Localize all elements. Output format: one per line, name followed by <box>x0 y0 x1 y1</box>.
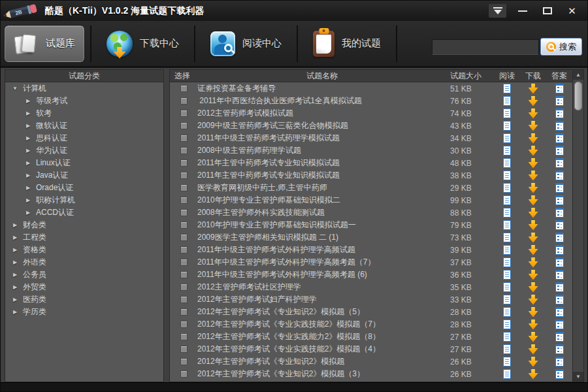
read-document-icon[interactable] <box>503 257 511 267</box>
triangle-right-icon[interactable]: ▶ <box>25 98 31 104</box>
table-row[interactable]: 2012主管护师考试社区护理学35 KB <box>170 281 572 293</box>
triangle-right-icon[interactable]: ▶ <box>12 309 18 315</box>
answer-sheet-icon[interactable] <box>555 357 564 367</box>
row-checkbox[interactable] <box>180 172 188 179</box>
table-row[interactable]: 2011年主管中药师考试专业知识模拟试题48 KB <box>170 157 572 169</box>
triangle-right-icon[interactable]: ▶ <box>25 160 31 166</box>
download-arrow-icon[interactable] <box>529 133 538 144</box>
row-checkbox[interactable] <box>180 97 188 105</box>
answer-sheet-icon[interactable] <box>555 146 564 155</box>
answer-sheet-icon[interactable] <box>555 220 564 230</box>
close-button[interactable]: ✕ <box>563 4 581 18</box>
search-button[interactable]: 搜索 <box>540 38 582 56</box>
tree-item[interactable]: ▶公务员 <box>5 269 163 281</box>
row-checkbox[interactable] <box>180 296 188 303</box>
row-checkbox[interactable] <box>180 110 188 117</box>
table-row[interactable]: 2008年主管护师外科实践技能测试题88 KB <box>170 206 572 219</box>
download-arrow-icon[interactable] <box>529 146 538 156</box>
triangle-right-icon[interactable]: ▶ <box>25 172 31 178</box>
tree-item[interactable]: ▶资格类 <box>5 244 163 256</box>
download-arrow-icon[interactable] <box>529 208 538 218</box>
answer-sheet-icon[interactable] <box>555 183 564 193</box>
download-arrow-icon[interactable] <box>529 158 538 169</box>
download-arrow-icon[interactable] <box>529 84 538 94</box>
tree-item[interactable]: ▶微软认证 <box>5 120 163 132</box>
read-document-icon[interactable] <box>503 158 511 168</box>
answer-sheet-icon[interactable] <box>555 158 564 168</box>
triangle-right-icon[interactable]: ▶ <box>12 284 18 290</box>
row-checkbox[interactable] <box>180 209 188 216</box>
row-checkbox[interactable] <box>180 246 188 253</box>
read-document-icon[interactable] <box>503 121 511 131</box>
triangle-right-icon[interactable]: ▶ <box>12 259 18 265</box>
download-arrow-icon[interactable] <box>529 108 538 119</box>
row-checkbox[interactable] <box>180 85 188 92</box>
read-document-icon[interactable] <box>503 357 511 367</box>
answer-sheet-icon[interactable] <box>555 332 564 342</box>
scroll-down-button[interactable]: ▼ <box>573 372 583 382</box>
tree-item[interactable]: ▶财会类 <box>5 219 163 231</box>
tree-item[interactable]: ▶学历类 <box>5 306 163 318</box>
download-arrow-icon[interactable] <box>529 369 538 380</box>
row-checkbox[interactable] <box>180 147 188 154</box>
table-row[interactable]: 2012年主管护师考试《专业知识2》模拟题（3）26 KB <box>170 368 572 380</box>
read-document-icon[interactable] <box>503 195 511 205</box>
tree-item[interactable]: ▶Java认证 <box>5 169 163 182</box>
triangle-right-icon[interactable]: ▶ <box>12 222 18 228</box>
minimize-button[interactable] <box>514 4 531 18</box>
tree-item[interactable]: ▶工程类 <box>5 231 163 244</box>
triangle-right-icon[interactable]: ▶ <box>12 272 18 278</box>
download-arrow-icon[interactable] <box>529 220 538 231</box>
download-arrow-icon[interactable] <box>529 96 538 106</box>
download-arrow-icon[interactable] <box>529 295 538 305</box>
tree-item[interactable]: ▶ACCD认证 <box>5 206 163 219</box>
tab-question-bank[interactable]: 试题库 <box>5 25 84 62</box>
tree-item[interactable]: ▼计算机 <box>5 82 163 95</box>
download-arrow-icon[interactable] <box>529 245 538 255</box>
answer-sheet-icon[interactable] <box>555 257 564 267</box>
table-row[interactable]: 2011年中级主管药师考试药理学模拟试题34 KB <box>170 132 572 144</box>
scrollbar-thumb[interactable] <box>574 82 582 110</box>
read-document-icon[interactable] <box>503 319 511 329</box>
download-arrow-icon[interactable] <box>529 195 538 206</box>
download-arrow-icon[interactable] <box>529 282 538 293</box>
read-document-icon[interactable] <box>503 332 511 342</box>
triangle-right-icon[interactable]: ▶ <box>12 235 18 240</box>
read-document-icon[interactable] <box>503 146 511 155</box>
table-row[interactable]: 2011年中级主管护师考试外科护理学高频考题 (6)36 KB <box>170 269 572 281</box>
answer-sheet-icon[interactable] <box>555 84 564 93</box>
answer-sheet-icon[interactable] <box>555 369 564 379</box>
download-arrow-icon[interactable] <box>529 233 538 243</box>
row-checkbox[interactable] <box>180 284 188 291</box>
read-document-icon[interactable] <box>503 270 511 280</box>
download-arrow-icon[interactable] <box>529 257 538 268</box>
answer-sheet-icon[interactable] <box>555 133 564 143</box>
read-document-icon[interactable] <box>503 369 511 379</box>
row-checkbox[interactable] <box>180 358 188 365</box>
answer-sheet-icon[interactable] <box>555 208 564 218</box>
read-document-icon[interactable] <box>503 133 511 143</box>
row-checkbox[interactable] <box>180 234 188 241</box>
row-checkbox[interactable] <box>180 346 188 353</box>
table-row[interactable]: 2009中级主管药师考试三萜类化合物模拟题43 KB <box>170 120 572 132</box>
triangle-right-icon[interactable]: ▶ <box>25 185 31 191</box>
triangle-right-icon[interactable]: ▶ <box>25 110 31 116</box>
answer-sheet-icon[interactable] <box>555 171 564 180</box>
triangle-right-icon[interactable]: ▶ <box>12 297 18 302</box>
table-row[interactable]: 2010年护理专业主管护师基础知识模拟试题一79 KB <box>170 219 572 231</box>
download-arrow-icon[interactable] <box>529 121 538 131</box>
tree-item[interactable]: ▶华为认证 <box>5 144 163 157</box>
triangle-right-icon[interactable]: ▶ <box>25 123 31 129</box>
tab-my-questions[interactable]: 我的试题 <box>304 25 390 62</box>
triangle-right-icon[interactable]: ▶ <box>25 210 31 216</box>
read-document-icon[interactable] <box>503 171 511 180</box>
answer-sheet-icon[interactable] <box>555 96 564 106</box>
scroll-up-button[interactable]: ▲ <box>573 70 583 80</box>
table-row[interactable]: 2012年主管护师考试《专业实践能力2》模拟题（8）27 KB <box>170 331 572 343</box>
row-checkbox[interactable] <box>180 333 188 340</box>
triangle-right-icon[interactable]: ▶ <box>12 247 18 253</box>
triangle-right-icon[interactable]: ▶ <box>25 148 31 154</box>
table-row[interactable]: 2012年主管护师考试妇产科护理学33 KB <box>170 293 572 306</box>
tree-item[interactable]: ▶思科认证 <box>5 132 163 144</box>
answer-sheet-icon[interactable] <box>555 344 564 354</box>
